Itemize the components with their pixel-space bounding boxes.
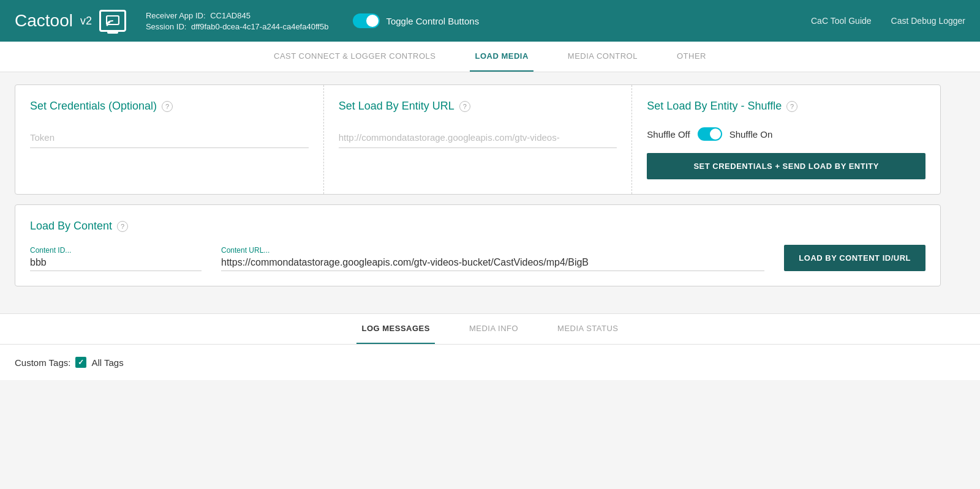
set-credentials-send-entity-button[interactable]: SET CREDENTIALS + SEND LOAD BY ENTITY bbox=[647, 153, 925, 179]
toggle-switch[interactable] bbox=[353, 13, 380, 28]
top-cards: Set Credentials (Optional) ? Set Load By… bbox=[15, 84, 941, 195]
app-version: v2 bbox=[80, 15, 92, 28]
tab-media-info[interactable]: MEDIA INFO bbox=[464, 314, 523, 344]
content-fields-row: Content ID... bbb Content URL... https:/… bbox=[30, 245, 925, 271]
entity-url-title: Set Load By Entity URL ? bbox=[339, 100, 617, 113]
app-name: Cactool bbox=[15, 11, 73, 31]
shuffle-on-label: Shuffle On bbox=[729, 129, 773, 140]
shuffle-off-label: Shuffle Off bbox=[647, 129, 690, 140]
tab-cast-connect[interactable]: CAST CONNECT & LOGGER CONTROLS bbox=[269, 42, 440, 72]
credentials-title: Set Credentials (Optional) ? bbox=[30, 100, 309, 113]
shuffle-toggle[interactable] bbox=[698, 127, 722, 141]
content-id-label: Content ID... bbox=[30, 246, 202, 255]
content-id-value: bbb bbox=[30, 257, 202, 271]
tab-load-media[interactable]: LOAD MEDIA bbox=[470, 42, 533, 72]
tab-media-status[interactable]: MEDIA STATUS bbox=[552, 314, 623, 344]
cast-logo-icon bbox=[99, 10, 126, 32]
nav-logger-link[interactable]: Cast Debug Logger bbox=[891, 16, 965, 26]
entity-url-help-icon[interactable]: ? bbox=[459, 101, 470, 112]
session-info: Receiver App ID: CC1AD845 Session ID: df… bbox=[146, 11, 328, 31]
bottom-section: LOG MESSAGES MEDIA INFO MEDIA STATUS Cus… bbox=[0, 313, 980, 380]
load-content-title: Load By Content ? bbox=[30, 220, 925, 233]
content-url-group: Content URL... https://commondatastorage… bbox=[221, 246, 764, 271]
entity-shuffle-help-icon[interactable]: ? bbox=[786, 101, 797, 112]
load-content-card: Load By Content ? Content ID... bbb Cont… bbox=[15, 204, 941, 286]
entity-url-card: Set Load By Entity URL ? bbox=[324, 85, 633, 194]
custom-tags-row: Custom Tags: All Tags bbox=[15, 357, 965, 368]
main-tab-bar: CAST CONNECT & LOGGER CONTROLS LOAD MEDI… bbox=[0, 42, 980, 72]
load-by-content-button[interactable]: LOAD BY CONTENT ID/URL bbox=[784, 245, 925, 271]
all-tags-checkbox[interactable] bbox=[75, 357, 86, 368]
credentials-help-icon[interactable]: ? bbox=[162, 101, 173, 112]
entity-shuffle-card: Set Load By Entity - Shuffle ? Shuffle O… bbox=[632, 85, 940, 194]
custom-tags-label: Custom Tags: bbox=[15, 357, 70, 368]
logo: Cactool v2 bbox=[15, 10, 126, 32]
main-content: Set Credentials (Optional) ? Set Load By… bbox=[0, 72, 956, 308]
toggle-label: Toggle Control Buttons bbox=[386, 16, 479, 26]
tab-other[interactable]: OTHER bbox=[672, 42, 711, 72]
content-url-label: Content URL... bbox=[221, 246, 764, 255]
entity-shuffle-title: Set Load By Entity - Shuffle ? bbox=[647, 100, 925, 113]
content-url-value: https://commondatastorage.googleapis.com… bbox=[221, 257, 764, 271]
bottom-tab-bar: LOG MESSAGES MEDIA INFO MEDIA STATUS bbox=[0, 314, 980, 345]
nav-guide-link[interactable]: CaC Tool Guide bbox=[811, 16, 872, 26]
token-input[interactable] bbox=[30, 127, 309, 148]
shuffle-row: Shuffle Off Shuffle On bbox=[647, 127, 925, 141]
svg-point-1 bbox=[106, 24, 108, 26]
app-header: Cactool v2 Receiver App ID: CC1AD845 Ses… bbox=[0, 0, 980, 42]
credentials-card: Set Credentials (Optional) ? bbox=[15, 85, 324, 194]
entity-url-input[interactable] bbox=[339, 127, 617, 148]
toggle-control-buttons[interactable]: Toggle Control Buttons bbox=[353, 13, 479, 28]
header-nav: CaC Tool Guide Cast Debug Logger bbox=[811, 16, 965, 26]
content-id-group: Content ID... bbb bbox=[30, 246, 202, 271]
tab-media-control[interactable]: MEDIA CONTROL bbox=[563, 42, 643, 72]
all-tags-label: All Tags bbox=[91, 357, 123, 368]
session-id: Session ID: dff9fab0-dcea-4c17-a244-ca4e… bbox=[146, 22, 328, 31]
log-content: Custom Tags: All Tags bbox=[0, 345, 980, 380]
tab-log-messages[interactable]: LOG MESSAGES bbox=[356, 314, 434, 344]
load-content-help-icon[interactable]: ? bbox=[117, 221, 128, 232]
receiver-app-id: Receiver App ID: CC1AD845 bbox=[146, 11, 328, 20]
